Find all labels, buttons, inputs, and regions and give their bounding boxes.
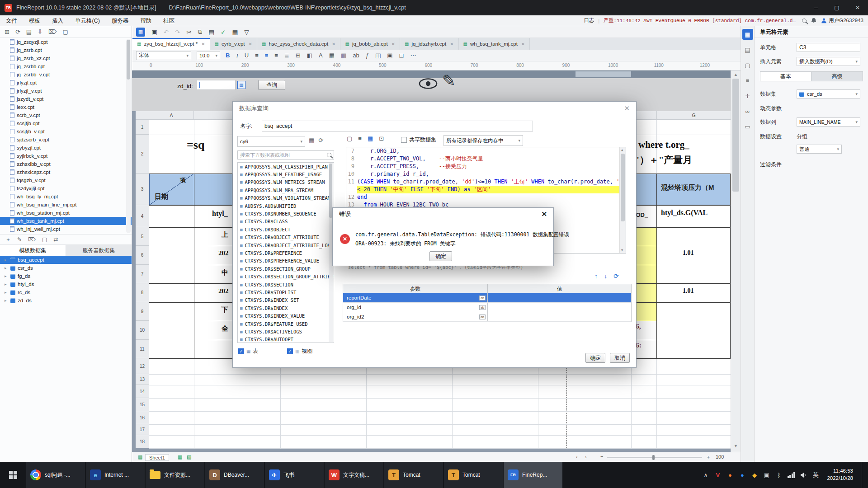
widget-icon[interactable]: ◻ bbox=[399, 52, 404, 59]
parameter-row[interactable]: reportDateab bbox=[343, 293, 631, 303]
log-label[interactable]: 日志 bbox=[584, 17, 594, 24]
prev-sheet-icon[interactable]: ‹ bbox=[576, 454, 578, 460]
row-header[interactable]: 13 bbox=[136, 374, 149, 385]
menu-item-5[interactable]: 帮助 bbox=[134, 15, 157, 26]
param-down-icon[interactable]: ↓ bbox=[604, 272, 607, 280]
canvas-vscrollbar[interactable]: ▲ ▼ bbox=[731, 70, 741, 452]
row-header[interactable]: 12 bbox=[136, 358, 149, 374]
cell-ref-input[interactable]: C3 bbox=[797, 43, 860, 52]
cell-table-icon[interactable]: ▦ bbox=[232, 28, 238, 36]
table-structure-icon[interactable]: ▦ bbox=[309, 137, 314, 144]
menu-item-1[interactable]: 模板 bbox=[23, 15, 46, 26]
dataset-item[interactable]: ▸bsq_accept bbox=[0, 256, 132, 264]
share-dataset-row[interactable]: 共享数据集 bbox=[401, 136, 436, 144]
table-list-item[interactable]: ▦CTXSYS.DR$OBJECT_ATTRIBUTE_LOV bbox=[238, 241, 334, 249]
tree-item[interactable]: szhsxlbb_v.cpt bbox=[0, 160, 132, 168]
table-list-item[interactable]: ▦CTXSYS.DR$PREFERENCE_VALUE bbox=[238, 257, 334, 265]
share-checkbox-icon[interactable] bbox=[401, 137, 407, 143]
condition-icon[interactable]: ✛ bbox=[742, 90, 753, 101]
row-header[interactable]: 8 bbox=[136, 283, 149, 302]
data-column-select[interactable]: MAIN_LINE_NAME▾ bbox=[797, 117, 860, 127]
copy-icon[interactable]: ⧉ bbox=[198, 28, 203, 36]
taskbar-app[interactable]: TTomcat bbox=[384, 462, 443, 488]
tree-item[interactable]: tszdyxjljl.cpt bbox=[0, 184, 132, 192]
row-header[interactable]: 1 bbox=[136, 120, 149, 135]
expand-icon[interactable]: ▸ bbox=[5, 274, 8, 278]
tree-item[interactable]: wh_bsq_ly_mj.cpt bbox=[0, 192, 132, 201]
tree-scrollbar[interactable] bbox=[126, 39, 131, 233]
parameter-row[interactable]: org_idab bbox=[343, 303, 631, 312]
tree-item[interactable]: sjdzscrb_v.cpt bbox=[0, 136, 132, 144]
tree-item[interactable]: jq_zsqyzjl.cpt bbox=[0, 38, 132, 46]
paste-icon[interactable]: ▤ bbox=[208, 28, 214, 36]
taskbar-app[interactable]: eInternet ... bbox=[86, 462, 145, 488]
bg-color-icon[interactable]: ◧ bbox=[307, 52, 312, 59]
tree-item[interactable]: scsjtjb_v.cpt bbox=[0, 127, 132, 136]
table-list-item[interactable]: ▦CTXSYS.DR$OBJECT bbox=[238, 225, 334, 233]
install-icon[interactable]: ⇩ bbox=[38, 28, 42, 35]
ok-button[interactable]: 确定 bbox=[585, 353, 605, 363]
scroll-up-icon[interactable]: ▲ bbox=[734, 72, 738, 77]
add-chart-sheet-icon[interactable]: ▧ bbox=[187, 454, 191, 460]
ime-indicator[interactable]: 英 bbox=[812, 471, 819, 479]
chart-icon[interactable]: ◫ bbox=[375, 52, 381, 59]
expand-tree-icon[interactable]: ⊞ bbox=[5, 28, 9, 35]
menu-item-6[interactable]: 社区 bbox=[157, 15, 180, 26]
more-icon[interactable]: ⋯ bbox=[410, 52, 416, 59]
tray-expand-icon[interactable]: ∧ bbox=[702, 472, 709, 479]
param-refresh-icon[interactable]: ⟳ bbox=[613, 272, 619, 280]
border-icon[interactable]: ▦ bbox=[329, 52, 335, 59]
bell-icon[interactable] bbox=[811, 18, 817, 24]
file-tab[interactable]: ▦jq_bobb_ab.cpt✕ bbox=[340, 38, 400, 50]
table-list-item[interactable]: ▦CTXSYS.DR$SECTION_GROUP bbox=[238, 265, 334, 272]
table-list-item[interactable]: ▦APPQOSSYS.WLM_METRICS_STREAM bbox=[238, 178, 334, 186]
hyperlink-icon[interactable]: ∞ bbox=[742, 106, 753, 117]
file-tab[interactable]: ▦wh_bsq_tank_mj.cpt✕ bbox=[459, 38, 530, 50]
save-icon[interactable]: ▣ bbox=[151, 28, 157, 36]
view-checkbox-row[interactable]: ✓ ▥ 视图 bbox=[287, 347, 312, 355]
menu-item-4[interactable]: 服务器 bbox=[106, 15, 135, 26]
row-header[interactable]: 3 bbox=[136, 174, 149, 205]
tree-item[interactable]: wh_bsq_station_mj.cpt bbox=[0, 209, 132, 217]
tree-item[interactable]: szhsxlcspz.cpt bbox=[0, 168, 132, 176]
menu-item-3[interactable]: 单元格(C) bbox=[69, 15, 106, 26]
float-element-icon[interactable]: ▢ bbox=[742, 60, 753, 70]
cell-attributes-icon[interactable]: ▤ bbox=[742, 44, 753, 55]
preview-sql-icon[interactable]: ▢ bbox=[347, 135, 352, 142]
page-icon[interactable]: ▢ bbox=[62, 28, 68, 35]
scroll-up-icon[interactable]: ▲ bbox=[621, 148, 623, 152]
connection-icon[interactable]: ⇄ bbox=[53, 236, 58, 243]
insert-element-select[interactable]: 插入数据列(D)▾ bbox=[797, 57, 860, 66]
group-mode-select[interactable]: 普通▾ bbox=[797, 145, 842, 154]
taskbar-app[interactable]: ✈飞书 bbox=[265, 462, 324, 488]
sql-code-line[interactable]: 10 r.primary_id r_id, bbox=[346, 170, 626, 178]
ime-tool-icon[interactable]: ▣ bbox=[763, 472, 770, 479]
tree-item[interactable]: scrb_v.cpt bbox=[0, 111, 132, 119]
minimize-button[interactable]: ─ bbox=[806, 0, 826, 15]
tree-item[interactable]: wh_inj_well_mj.cpt bbox=[0, 225, 132, 233]
row-header[interactable]: 5 bbox=[136, 227, 149, 246]
error-ok-button[interactable]: 确定 bbox=[429, 251, 452, 261]
formula-icon[interactable]: ƒ bbox=[366, 52, 369, 59]
taskbar-app[interactable]: W文字文稿... bbox=[325, 462, 383, 488]
image-icon[interactable]: ▣ bbox=[387, 52, 392, 59]
table-list-item[interactable]: ▦CTXSYS.DR$INDEX bbox=[238, 304, 334, 312]
undo-icon[interactable]: ↶ bbox=[164, 28, 169, 36]
scroll-down-icon[interactable]: ▼ bbox=[734, 444, 738, 448]
edit-dataset-icon[interactable]: ✎ bbox=[17, 236, 22, 243]
tree-item[interactable]: syjlrbck_v.cpt bbox=[0, 152, 132, 160]
search-icon[interactable] bbox=[802, 19, 807, 23]
expand-icon[interactable]: ▸ bbox=[5, 258, 8, 262]
tab-advanced[interactable]: 高级 bbox=[811, 71, 863, 81]
param-value-cell[interactable] bbox=[488, 293, 631, 302]
font-family-select[interactable]: 宋体▾ bbox=[136, 51, 191, 60]
row-header[interactable]: 16 bbox=[136, 411, 149, 424]
table-search-input[interactable]: 搜索下方数据表或视图 bbox=[237, 150, 334, 160]
expand-icon[interactable]: ▸ bbox=[5, 282, 8, 286]
user-chip[interactable]: 用户G2632943 bbox=[821, 17, 863, 24]
volume-icon[interactable] bbox=[800, 472, 807, 478]
tree-item[interactable]: jrlyzjl_v.cpt bbox=[0, 87, 132, 95]
next-sheet-icon[interactable]: › bbox=[585, 454, 587, 460]
table-data-icon[interactable]: ▦ bbox=[368, 135, 373, 142]
row-header[interactable]: 6 bbox=[136, 246, 149, 265]
